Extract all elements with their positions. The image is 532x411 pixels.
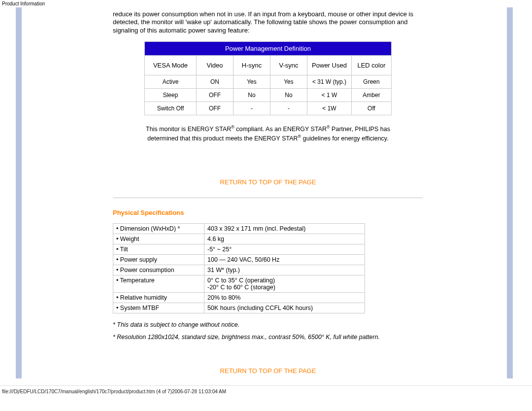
col-header: Power Used	[307, 56, 352, 75]
table-cell: No	[270, 89, 307, 102]
spec-value: 20% to 80%	[204, 293, 365, 303]
energy-star-note: This monitor is ENERGY STAR® compliant. …	[145, 124, 391, 143]
power-mgmt-title: Power Management Definition	[145, 42, 391, 56]
table-row: • Power consumption 31 W* (typ.)	[113, 265, 365, 275]
left-gutter	[22, 7, 113, 378]
spec-label: • Relative humidity	[113, 293, 204, 303]
text-span: compliant. As an ENERGY STAR	[234, 126, 327, 133]
table-row: Switch Off OFF - - < 1W Off	[145, 102, 391, 115]
table-cell: OFF	[197, 102, 233, 115]
col-header: Video	[197, 56, 233, 75]
table-cell: Switch Off	[145, 102, 197, 115]
file-path-footer: file:///D|/EDFU/LCD/170C7/manual/english…	[0, 385, 532, 397]
table-row: Active ON Yes Yes < 31 W (typ.) Green	[145, 75, 391, 89]
page-title: Product Information	[0, 0, 532, 7]
spec-label: • Temperature	[113, 275, 204, 293]
spec-value: 4.6 kg	[204, 234, 365, 244]
left-accent-bar	[16, 7, 22, 378]
table-row: • Temperature 0° C to 35° C (operating) …	[113, 275, 365, 293]
spec-label: • Weight	[113, 234, 204, 244]
main-content: reduce its power consumption when not in…	[113, 7, 423, 378]
spec-value: 31 W* (typ.)	[204, 265, 365, 275]
page-container: reduce its power consumption when not in…	[0, 7, 532, 378]
table-cell: < 1 W	[307, 89, 352, 102]
spec-label: • Tilt	[113, 244, 204, 255]
table-cell: No	[233, 89, 270, 102]
col-header: LED color	[352, 56, 391, 75]
table-row: • Weight 4.6 kg	[113, 234, 365, 244]
table-cell: -	[233, 102, 270, 115]
registered-icon: ®	[327, 125, 330, 130]
spec-value: 403 x 392 x 171 mm (incl. Pedestal)	[204, 224, 365, 234]
table-cell: Yes	[233, 75, 270, 89]
right-accent-bar	[507, 7, 513, 378]
table-row: • Tilt -5° ~ 25°	[113, 244, 365, 255]
spec-value: 0° C to 35° C (operating) -20° C to 60° …	[204, 275, 365, 293]
return-to-top-link[interactable]: RETURN TO TOP OF THE PAGE	[113, 367, 423, 375]
table-cell: ON	[197, 75, 233, 89]
spec-label: • Power consumption	[113, 265, 204, 275]
table-cell: OFF	[197, 89, 233, 102]
col-header: VESA Mode	[145, 56, 197, 75]
table-cell: < 31 W (typ.)	[307, 75, 352, 89]
col-header: V-sync	[270, 56, 307, 75]
spec-label: • Power supply	[113, 255, 204, 265]
table-row: • Power supply 100 — 240 VAC, 50/60 Hz	[113, 255, 365, 265]
footnote: * Resolution 1280x1024, standard size, b…	[113, 333, 423, 342]
col-header: H-sync	[233, 56, 270, 75]
return-to-top-link[interactable]: RETURN TO TOP OF THE PAGE	[113, 178, 423, 186]
table-cell: < 1W	[307, 102, 352, 115]
registered-icon: ®	[231, 125, 234, 130]
text-span: This monitor is ENERGY STAR	[146, 126, 231, 133]
table-cell: Yes	[270, 75, 307, 89]
table-row: • System MTBF 50K hours (including CCFL …	[113, 303, 365, 313]
spec-value: 50K hours (including CCFL 40K hours)	[204, 303, 365, 313]
intro-paragraph: reduce its power consumption when not in…	[113, 10, 423, 34]
table-cell: Off	[352, 102, 391, 115]
table-cell: Active	[145, 75, 197, 89]
table-row: • Dimension (WxHxD) * 403 x 392 x 171 mm…	[113, 224, 365, 234]
power-mgmt-header-row: VESA Mode Video H-sync V-sync Power Used…	[145, 56, 391, 75]
power-mgmt-table: Power Management Definition VESA Mode Vi…	[144, 41, 392, 115]
spec-value: 100 — 240 VAC, 50/60 Hz	[204, 255, 365, 265]
table-cell: Green	[352, 75, 391, 89]
spec-value: -5° ~ 25°	[204, 244, 365, 255]
text-span: guidelines for energy efficiency.	[301, 135, 388, 142]
spec-label: • Dimension (WxHxD) *	[113, 224, 204, 234]
divider	[113, 198, 423, 198]
table-row: Sleep OFF No No < 1 W Amber	[145, 89, 391, 102]
table-cell: -	[270, 102, 307, 115]
table-row: • Relative humidity 20% to 80%	[113, 293, 365, 303]
footnote: * This data is subject to change without…	[113, 320, 423, 330]
table-cell: Sleep	[145, 89, 197, 102]
spec-label: • System MTBF	[113, 303, 204, 313]
physical-spec-table: • Dimension (WxHxD) * 403 x 392 x 171 mm…	[113, 223, 365, 313]
table-cell: Amber	[352, 89, 391, 102]
physical-spec-heading: Physical Specifications	[113, 209, 423, 216]
